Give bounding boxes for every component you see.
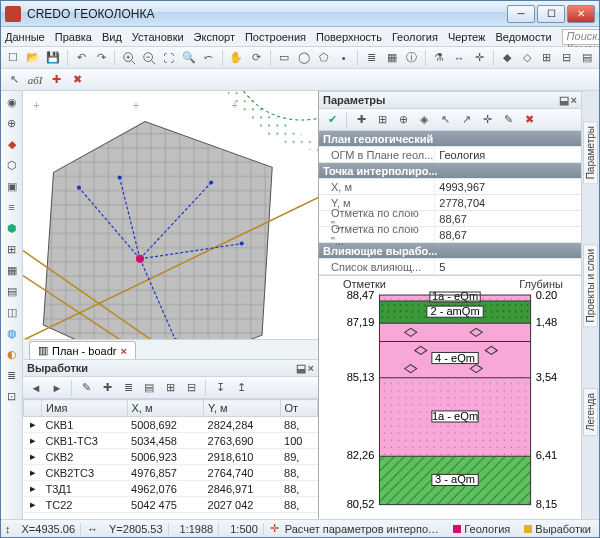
misc4-icon[interactable]: ⊟ (558, 49, 575, 67)
table-row[interactable]: ▸СКВ2ТС34976,8572764,74088, (24, 465, 318, 481)
measure-icon[interactable]: ↔ (451, 49, 468, 67)
info-icon[interactable]: ⓘ (403, 49, 420, 67)
zoom-window-icon[interactable]: 🔍 (180, 49, 197, 67)
menu-reports[interactable]: Ведомости (495, 31, 551, 43)
menu-view[interactable]: Вид (102, 31, 122, 43)
side-tab-parametry[interactable]: Параметры (583, 121, 598, 184)
misc5-icon[interactable]: ▤ (578, 49, 595, 67)
search-input[interactable]: Поиск: Команда (Ctrl + Q) (562, 29, 600, 45)
rail-icon-10[interactable]: ▤ (3, 282, 21, 300)
rail-icon-12[interactable]: ◍ (3, 324, 21, 342)
rail-icon-11[interactable]: ◫ (3, 303, 21, 321)
rail-icon-5[interactable]: ▣ (3, 177, 21, 195)
param-grid[interactable]: План геологический ОГМ в Плане геол...Ге… (319, 131, 581, 275)
pt-icon-8[interactable]: ✎ (499, 111, 517, 129)
open-icon[interactable]: 📂 (25, 49, 42, 67)
menu-settings[interactable]: Установки (132, 31, 184, 43)
cross-icon[interactable]: ✚ (47, 71, 65, 89)
menu-drawing[interactable]: Чертеж (448, 31, 486, 43)
vt-icon-5[interactable]: ⊞ (161, 379, 179, 397)
pt-icon-5[interactable]: ↖ (436, 111, 454, 129)
param-pin-icon[interactable]: ⬓ (559, 94, 569, 107)
table-row[interactable]: ▸ТС225042 4752027 04288, (24, 497, 318, 513)
vt-icon-8[interactable]: ↥ (232, 379, 250, 397)
col-y[interactable]: Y, м (204, 400, 281, 417)
maximize-button[interactable]: ☐ (537, 5, 565, 23)
rail-icon-8[interactable]: ⊞ (3, 240, 21, 258)
table-row[interactable]: ▸Т3Д14962,0762846,97188, (24, 481, 318, 497)
zoom-extent-icon[interactable]: ⛶ (160, 49, 177, 67)
menu-edit[interactable]: Правка (55, 31, 92, 43)
menu-export[interactable]: Экспорт (194, 31, 235, 43)
refresh-icon[interactable]: ⟳ (248, 49, 265, 67)
vt-prev-icon[interactable]: ◄ (27, 379, 45, 397)
vt-icon-2[interactable]: ✚ (98, 379, 116, 397)
status-tag-vyrabotki[interactable]: Выработки (520, 523, 595, 535)
geocolumn-view[interactable]: Отметки Глубины (319, 275, 581, 519)
filter-icon[interactable]: ⚗ (431, 49, 448, 67)
menu-surface[interactable]: Поверхность (316, 31, 382, 43)
rail-icon-6[interactable]: ≡ (3, 198, 21, 216)
pt-icon-1[interactable]: ✚ (352, 111, 370, 129)
pt-icon-6[interactable]: ↗ (457, 111, 475, 129)
table-row[interactable]: ▸СКВ15008,6922824,28488, (24, 417, 318, 433)
cross2-icon[interactable]: ✖ (68, 71, 86, 89)
prop-ogm-val[interactable]: Геология (434, 147, 581, 162)
vt-icon-1[interactable]: ✎ (77, 379, 95, 397)
menu-geology[interactable]: Геология (392, 31, 438, 43)
prop-mark1-val[interactable]: 88,67 (434, 211, 581, 226)
rail-icon-1[interactable]: ◉ (3, 93, 21, 111)
pan-icon[interactable]: ✋ (228, 49, 245, 67)
pt-icon-7[interactable]: ✛ (478, 111, 496, 129)
pointer-icon[interactable]: ↖ (5, 71, 23, 89)
prop-y-val[interactable]: 2778,704 (434, 195, 581, 210)
redo-icon[interactable]: ↷ (93, 49, 110, 67)
rail-icon-9[interactable]: ▦ (3, 261, 21, 279)
pt-cancel-icon[interactable]: ✖ (520, 111, 538, 129)
param-close-icon[interactable]: × (571, 94, 577, 107)
misc2-icon[interactable]: ◇ (518, 49, 535, 67)
side-tab-legenda[interactable]: Легенда (583, 388, 598, 436)
text-label-icon[interactable]: абI (26, 71, 44, 89)
vt-icon-7[interactable]: ↧ (211, 379, 229, 397)
apply-icon[interactable]: ✔ (323, 111, 341, 129)
menu-constructions[interactable]: Построения (245, 31, 306, 43)
table-row[interactable]: ▸СКВ1-ТС35034,4582763,690100 (24, 433, 318, 449)
prop-list-val[interactable]: 5 (434, 259, 581, 274)
coords-icon[interactable]: ✛ (471, 49, 488, 67)
panel-close-icon[interactable]: × (308, 362, 314, 375)
point-tool-icon[interactable]: • (335, 49, 352, 67)
misc3-icon[interactable]: ⊞ (538, 49, 555, 67)
pt-icon-2[interactable]: ⊞ (373, 111, 391, 129)
col-x[interactable]: X, м (127, 400, 204, 417)
col-name[interactable]: Имя (42, 400, 128, 417)
misc1-icon[interactable]: ◆ (499, 49, 516, 67)
circle-tool-icon[interactable]: ◯ (296, 49, 313, 67)
pt-icon-4[interactable]: ◈ (415, 111, 433, 129)
rail-icon-13[interactable]: ◐ (3, 345, 21, 363)
undo-icon[interactable]: ↶ (73, 49, 90, 67)
new-icon[interactable]: ☐ (5, 49, 22, 67)
close-tab-icon[interactable]: × (120, 345, 126, 357)
zoom-prev-icon[interactable]: ⤺ (200, 49, 217, 67)
prop-x-val[interactable]: 4993,967 (434, 179, 581, 194)
rail-icon-4[interactable]: ⬡ (3, 156, 21, 174)
vt-icon-3[interactable]: ≣ (119, 379, 137, 397)
rail-icon-7[interactable]: ⬢ (3, 219, 21, 237)
vyrabotki-grid[interactable]: Имя X, м Y, м От ▸СКВ15008,6922824,28488… (23, 399, 318, 519)
grid-icon[interactable]: ▦ (383, 49, 400, 67)
side-tab-proekty[interactable]: Проекты и слои (583, 244, 598, 327)
save-icon[interactable]: 💾 (45, 49, 62, 67)
vt-icon-6[interactable]: ⊟ (182, 379, 200, 397)
col-ot[interactable]: От (280, 400, 317, 417)
table-row[interactable]: ▸СКВ25006,9232918,61089, (24, 449, 318, 465)
panel-pin-icon[interactable]: ⬓ (296, 362, 306, 375)
status-tag-geology[interactable]: Геология (449, 523, 514, 535)
rail-icon-14[interactable]: ≣ (3, 366, 21, 384)
rail-icon-3[interactable]: ◆ (3, 135, 21, 153)
plan-view[interactable]: +++ (23, 91, 318, 339)
select-icon[interactable]: ▭ (276, 49, 293, 67)
plan-tab-active[interactable]: ▥ План - boadr × (29, 341, 136, 359)
minimize-button[interactable]: ─ (507, 5, 535, 23)
vt-next-icon[interactable]: ► (48, 379, 66, 397)
